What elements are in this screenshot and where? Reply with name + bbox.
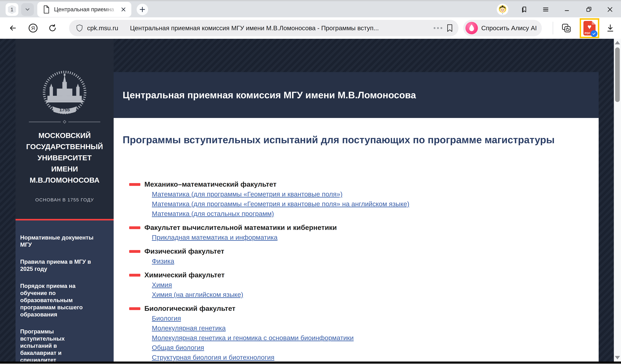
yandex-search-button[interactable]: Я [25, 17, 42, 39]
tab-list-chevron-button[interactable] [21, 3, 34, 16]
site-title: Центральная приемная комиссия МГУ имени … [123, 90, 416, 100]
thumbs-icon [561, 23, 571, 33]
program-link[interactable]: Математика (для программы «Геометрия и к… [152, 199, 409, 209]
diamond-icon [63, 120, 67, 124]
red-dash-icon [129, 183, 140, 186]
tab-counter-badge: 1 [8, 5, 16, 14]
more-options-icon[interactable] [430, 27, 446, 29]
scrollbar[interactable] [614, 39, 621, 362]
document-icon [43, 5, 50, 14]
sidebar-divider [29, 121, 100, 123]
red-dash-icon [129, 274, 140, 277]
pdf-extension-icon: ♥ PDF [584, 21, 596, 35]
reactions-extension-button[interactable] [559, 17, 574, 39]
main-content: Программы вступительных испытаний для по… [114, 118, 599, 362]
msu-emblem: 1755 [37, 70, 92, 116]
chevron-down-icon [24, 6, 31, 13]
faculty-list: Механико–математический факультетМатемат… [123, 179, 582, 362]
program-link[interactable]: Химия [152, 280, 172, 290]
address-page-title: Центральная приемная комиссия МГУ имени … [130, 25, 379, 32]
ask-alice-button[interactable]: Спросить Алису AI [463, 20, 542, 36]
pdf-label: PDF [585, 32, 590, 35]
faculty-links: БиологияМолекулярная генетикаМолекулярна… [123, 314, 582, 362]
program-link[interactable]: Математика (для программы «Геометрия и к… [152, 189, 343, 199]
faculty-block: Физический факультетФизика [123, 246, 582, 266]
tab-close-icon[interactable] [119, 5, 127, 14]
page-title: Программы вступительных испытаний для по… [123, 131, 573, 148]
avatar[interactable] [497, 4, 508, 15]
scrollbar-thumb[interactable] [615, 47, 620, 102]
sidebar-nav: Нормативные документы МГУПравила приема … [16, 221, 114, 362]
red-dash-icon [129, 250, 140, 253]
faculty-heading: Факультет вычислительной математики и ки… [123, 223, 582, 233]
tab-counter-button[interactable]: 1 [6, 3, 18, 16]
back-button[interactable] [6, 17, 20, 39]
close-window-button[interactable] [604, 4, 616, 15]
ask-alice-label: Спросить Алису AI [481, 25, 537, 32]
faculty-links: Физика [123, 256, 582, 266]
shield-icon[interactable] [76, 24, 83, 32]
alice-icon [466, 22, 478, 34]
university-name: МОСКОВСКИЙ ГОСУДАРСТВЕННЫЙ УНИВЕРСИТЕТ И… [21, 130, 108, 186]
hamburger-icon [542, 6, 549, 13]
program-link[interactable]: Физика [152, 256, 174, 266]
minimize-button[interactable] [561, 4, 573, 15]
reload-button[interactable] [45, 17, 60, 39]
bookmarks-panel-button[interactable] [518, 4, 530, 15]
sidebar-nav-item[interactable]: Правила приема в МГУ в 2025 году [20, 258, 95, 272]
tab-bar: 1 Центральная приемна [0, 0, 621, 17]
faculty-block: Факультет вычислительной математики и ки… [123, 223, 582, 242]
sidebar-nav-item[interactable]: Программы вступительных испытаний в бака… [20, 328, 95, 364]
browser-tab-active[interactable]: Центральная приемна [37, 2, 131, 17]
browser-toolbar: Я cpk.msu.ru Центральная приемная комисс… [0, 17, 621, 39]
bookmark-icon[interactable] [446, 24, 453, 32]
faculty-heading: Химический факультет [123, 270, 582, 280]
tab-title: Центральная приемна [54, 6, 119, 13]
pdf-heart-glyph: ♥ [584, 23, 596, 30]
sidebar-nav-item[interactable]: Нормативные документы МГУ [20, 234, 95, 248]
downloads-button[interactable] [603, 17, 617, 39]
svg-text:Я: Я [31, 25, 35, 31]
pdf-extension-highlight[interactable]: ♥ PDF [580, 18, 599, 38]
scroll-up-icon[interactable] [615, 41, 620, 44]
url-domain: cpk.msu.ru [87, 25, 118, 32]
program-link[interactable]: Структурная биология и биотехнология [152, 352, 274, 362]
sidebar-accent-line [16, 219, 114, 221]
red-dash-icon [129, 226, 140, 229]
faculty-links: Прикладная математика и информатика [123, 233, 582, 242]
sidebar-nav-item[interactable]: Порядок приема на обучение по образовате… [20, 283, 95, 318]
svg-text:1755: 1755 [59, 107, 70, 112]
window-bottom-edge [0, 362, 621, 364]
faculty-links: Математика (для программы «Геометрия и к… [123, 189, 582, 219]
maximize-button[interactable] [583, 4, 595, 15]
faculty-block: Химический факультетХимияХимия (на англи… [123, 270, 582, 300]
program-link[interactable]: Общая биология [152, 343, 204, 352]
faculty-links: ХимияХимия (на английском языке) [123, 280, 582, 300]
scroll-down-icon[interactable] [615, 356, 620, 359]
program-link[interactable]: Химия (на английском языке) [152, 290, 243, 300]
red-dash-icon [129, 307, 140, 310]
faculty-heading: Биологический факультет [123, 303, 582, 314]
program-link[interactable]: Математика (для остальных программ) [152, 209, 274, 219]
site-sidebar: 1755 МОСКОВСКИЙ ГОСУДАРСТВЕННЫЙ УНИВЕРСИ… [16, 39, 114, 362]
faculty-heading: Физический факультет [123, 246, 582, 256]
program-link[interactable]: Биология [152, 314, 181, 323]
address-bar[interactable]: cpk.msu.ru Центральная приемная комиссия… [69, 20, 458, 36]
faculty-block: Механико–математический факультетМатемат… [123, 179, 582, 219]
toolbar-divider [553, 22, 553, 34]
site-header-band: Центральная приемная комиссия МГУ имени … [114, 72, 599, 118]
window-top-edge [0, 0, 621, 1]
check-badge-icon [591, 30, 597, 37]
new-tab-button[interactable] [137, 4, 148, 15]
menu-button[interactable] [540, 4, 552, 15]
program-link[interactable]: Молекулярная генетика [152, 323, 226, 333]
program-link[interactable]: Молекулярная генетика и геномика с основ… [152, 333, 354, 343]
founded-caption: ОСНОВАН В 1755 ГОДУ [21, 197, 108, 203]
faculty-block: Биологический факультетБиологияМолекуляр… [123, 303, 582, 362]
program-link[interactable]: Прикладная математика и информатика [152, 233, 277, 242]
faculty-heading: Механико–математический факультет [123, 179, 582, 189]
page-background: 1755 МОСКОВСКИЙ ГОСУДАРСТВЕННЫЙ УНИВЕРСИ… [0, 39, 621, 362]
